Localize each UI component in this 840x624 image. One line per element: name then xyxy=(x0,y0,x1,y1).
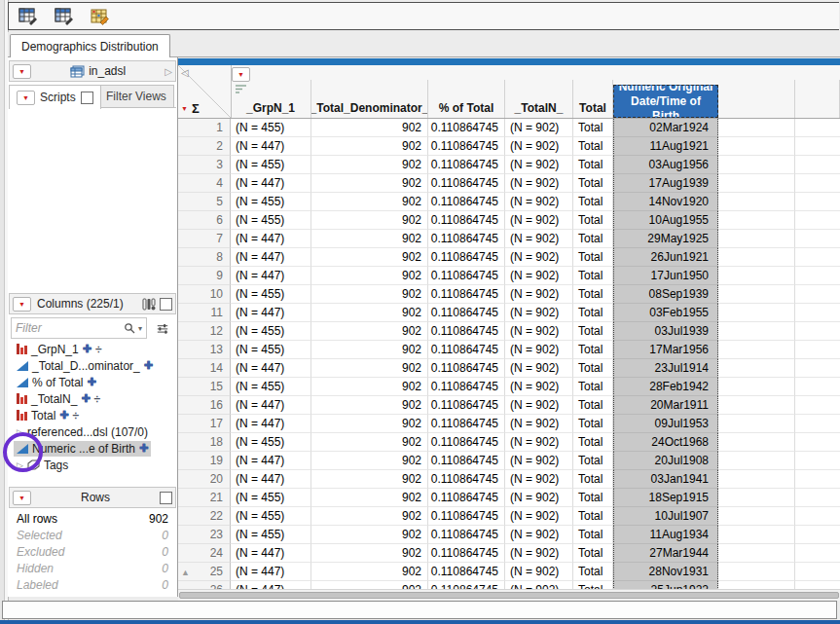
cell-total-denominator[interactable]: 902 xyxy=(311,193,428,211)
cell-date-of-birth[interactable]: 10Aug1955 xyxy=(613,211,718,230)
cell-empty[interactable] xyxy=(795,452,840,470)
cell-grpn1[interactable]: (N = 447) xyxy=(231,470,311,489)
cell-pct-of-total[interactable]: 0.110864745 xyxy=(428,563,505,581)
cell-totaln[interactable]: (N = 902) xyxy=(505,489,573,507)
cell-empty[interactable] xyxy=(795,304,840,322)
cell-totaln[interactable]: (N = 902) xyxy=(505,137,573,156)
row-number[interactable]: 7 xyxy=(178,230,231,248)
cell-total-denominator[interactable]: 902 xyxy=(311,119,428,137)
scripts-red-triangle-icon[interactable] xyxy=(17,91,35,105)
row-number[interactable]: 9 xyxy=(178,267,231,285)
grid-corner[interactable]: ◁ ▼ Σ xyxy=(178,65,232,118)
cell-empty[interactable] xyxy=(718,119,795,137)
row-number[interactable]: 23 xyxy=(178,526,231,544)
cell-totaln[interactable]: (N = 902) xyxy=(505,156,573,174)
cell-pct-of-total[interactable]: 0.110864745 xyxy=(428,193,505,211)
cell-date-of-birth[interactable]: 14Nov1920 xyxy=(613,193,718,211)
cell-empty[interactable] xyxy=(718,396,795,415)
cell-total-denominator[interactable]: 902 xyxy=(311,470,428,489)
column-header-4[interactable]: Total xyxy=(573,80,613,118)
cell-total-denominator[interactable]: 902 xyxy=(311,507,428,526)
cell-grpn1[interactable]: (N = 455) xyxy=(231,322,311,341)
cell-pct-of-total[interactable]: 0.110864745 xyxy=(428,581,505,589)
column-item-1[interactable]: _Total_D...ominator_✚ xyxy=(9,357,176,374)
cell-pct-of-total[interactable]: 0.110864745 xyxy=(428,452,505,470)
row-number[interactable]: 10 xyxy=(178,285,231,304)
cell-total-denominator[interactable]: 902 xyxy=(311,322,428,341)
cell-date-of-birth[interactable]: 02Mar1924 xyxy=(613,119,718,137)
cell-empty[interactable] xyxy=(718,174,795,193)
cell-total[interactable]: Total xyxy=(573,119,613,137)
cell-date-of-birth[interactable]: 11Aug1921 xyxy=(613,137,718,156)
cell-empty[interactable] xyxy=(795,341,840,359)
cell-date-of-birth[interactable]: 29May1925 xyxy=(613,230,718,248)
cell-pct-of-total[interactable]: 0.110864745 xyxy=(428,359,505,378)
scripts-checkbox[interactable] xyxy=(81,92,93,104)
cell-pct-of-total[interactable]: 0.110864745 xyxy=(428,433,505,452)
row-number[interactable]: 24 xyxy=(178,544,231,563)
row-number[interactable]: 16 xyxy=(178,396,231,415)
cell-empty[interactable] xyxy=(795,470,840,489)
cell-grpn1[interactable]: (N = 447) xyxy=(231,452,311,470)
cell-total[interactable]: Total xyxy=(573,267,613,285)
cell-empty[interactable] xyxy=(795,526,840,544)
cell-grpn1[interactable]: (N = 455) xyxy=(231,193,311,211)
cell-empty[interactable] xyxy=(795,433,840,452)
cell-total[interactable]: Total xyxy=(573,452,613,470)
cell-total-denominator[interactable]: 902 xyxy=(311,304,428,322)
column-header-0[interactable]: _GrpN_1 xyxy=(231,80,311,118)
cell-total-denominator[interactable]: 902 xyxy=(311,156,428,174)
cell-empty[interactable] xyxy=(718,378,795,396)
cell-empty[interactable] xyxy=(795,174,840,193)
cell-empty[interactable] xyxy=(795,211,840,230)
cell-total-denominator[interactable]: 902 xyxy=(311,267,428,285)
cell-grpn1[interactable]: (N = 455) xyxy=(231,433,311,452)
cell-pct-of-total[interactable]: 0.110864745 xyxy=(428,119,505,137)
cell-date-of-birth[interactable]: 25Jun1922 xyxy=(613,581,718,589)
cell-pct-of-total[interactable]: 0.110864745 xyxy=(428,174,505,193)
cell-total-denominator[interactable]: 902 xyxy=(311,544,428,563)
cell-totaln[interactable]: (N = 902) xyxy=(505,378,573,396)
cell-totaln[interactable]: (N = 902) xyxy=(505,285,573,304)
cell-pct-of-total[interactable]: 0.110864745 xyxy=(428,378,505,396)
scroll-marker-icon[interactable]: ▲ xyxy=(181,569,190,577)
tab-filter-views[interactable]: Filter Views xyxy=(98,85,174,108)
cell-grpn1[interactable]: (N = 447) xyxy=(231,396,311,415)
cell-empty[interactable] xyxy=(718,230,795,248)
cell-total[interactable]: Total xyxy=(573,322,613,341)
cell-date-of-birth[interactable]: 28Feb1942 xyxy=(613,378,718,396)
cell-date-of-birth[interactable]: 26Jun1921 xyxy=(613,248,718,267)
cell-date-of-birth[interactable]: 18Sep1915 xyxy=(613,489,718,507)
cell-grpn1[interactable]: (N = 455) xyxy=(231,156,311,174)
cell-total-denominator[interactable]: 902 xyxy=(311,581,428,589)
cell-empty[interactable] xyxy=(718,581,795,589)
cell-empty[interactable] xyxy=(718,489,795,507)
cell-total-denominator[interactable]: 902 xyxy=(311,341,428,359)
cell-totaln[interactable]: (N = 902) xyxy=(505,526,573,544)
row-number[interactable]: 17 xyxy=(178,415,231,433)
cell-totaln[interactable]: (N = 902) xyxy=(505,359,573,378)
filter-settings-button[interactable] xyxy=(151,317,174,339)
row-number[interactable]: 22 xyxy=(178,507,231,526)
cell-grpn1[interactable]: (N = 447) xyxy=(231,267,311,285)
cell-empty[interactable] xyxy=(795,119,840,137)
row-number[interactable]: 21 xyxy=(178,489,231,507)
cell-total[interactable]: Total xyxy=(573,211,613,230)
cell-date-of-birth[interactable]: 11Aug1934 xyxy=(613,526,718,544)
cell-total[interactable]: Total xyxy=(573,378,613,396)
row-number[interactable]: 3 xyxy=(178,156,231,174)
cell-pct-of-total[interactable]: 0.110864745 xyxy=(428,156,505,174)
cell-empty[interactable] xyxy=(795,137,840,156)
cell-empty[interactable] xyxy=(718,341,795,359)
cell-total[interactable]: Total xyxy=(573,415,613,433)
column-filter-input[interactable]: Filter ▾ xyxy=(11,317,147,339)
cell-total[interactable]: Total xyxy=(573,341,613,359)
cell-grpn1[interactable]: (N = 455) xyxy=(231,489,311,507)
cell-date-of-birth[interactable]: 08Sep1939 xyxy=(613,285,718,304)
row-number[interactable]: 19 xyxy=(178,452,231,470)
cell-total[interactable]: Total xyxy=(573,174,613,193)
rows-stat-hidden[interactable]: Hidden0 xyxy=(9,560,176,576)
cell-date-of-birth[interactable]: 03Feb1955 xyxy=(613,304,718,322)
cell-empty[interactable] xyxy=(795,396,840,415)
column-item-5[interactable]: ▷referenced...dsl (107/0) xyxy=(9,423,176,440)
